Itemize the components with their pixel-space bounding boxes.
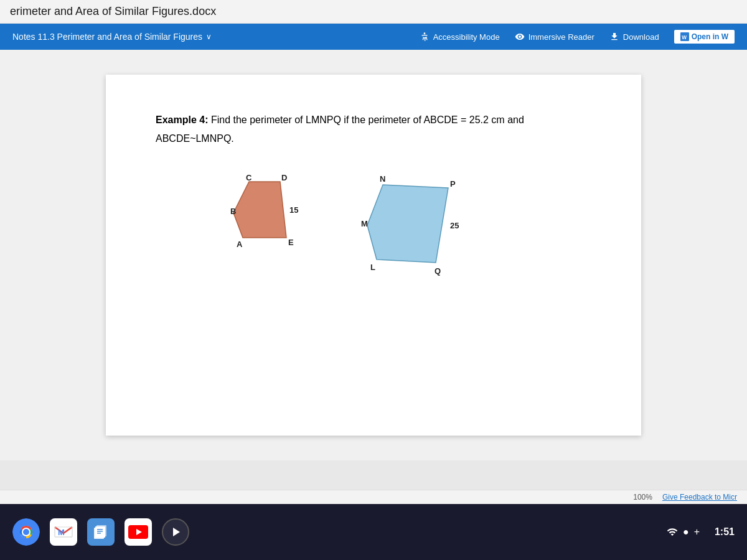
svg-marker-9	[367, 185, 448, 263]
svg-text:N: N	[380, 174, 385, 184]
svg-text:M: M	[361, 219, 368, 228]
svg-point-0	[423, 32, 425, 34]
chevron-down-icon[interactable]: ∨	[206, 32, 212, 41]
toolbar-actions: Accessibility Mode Immersive Reader Down…	[420, 30, 735, 44]
toolbar-doc-title: Notes 11.3 Perimeter and Area of Similar…	[12, 32, 202, 42]
status-bar: 100% Give Feedback to Micr	[0, 490, 747, 504]
taskbar-youtube-icon[interactable]	[125, 518, 152, 546]
taskbar-files-icon[interactable]	[87, 518, 115, 546]
download-button[interactable]: Download	[609, 32, 659, 42]
figure-lmnpq-svg: 25 N P M L Q	[361, 169, 461, 281]
taskbar-right-icons: ● +	[667, 526, 700, 538]
svg-text:D: D	[281, 173, 287, 182]
taskbar-dot2: +	[694, 526, 700, 538]
taskbar-time: 1:51	[715, 526, 735, 538]
open-in-word-button[interactable]: W Open in W	[674, 30, 735, 44]
immersive-reader-button[interactable]: Immersive Reader	[515, 32, 594, 42]
figures-container: 15 C D B A E 25	[230, 169, 591, 284]
example-problem-line2: ABCDE~LMNPQ.	[156, 133, 591, 144]
title-bar: erimeter and Area of Similar Figures.doc…	[0, 0, 747, 24]
svg-text:P: P	[450, 179, 456, 189]
zoom-level: 100%	[633, 493, 652, 502]
document-title: erimeter and Area of Similar Figures.doc…	[10, 5, 216, 18]
download-label: Download	[623, 32, 659, 42]
example-heading: Example 4: Find the perimeter of LMNPQ i…	[156, 112, 591, 128]
svg-text:A: A	[237, 240, 243, 249]
toolbar: Notes 11.3 Perimeter and Area of Similar…	[0, 24, 747, 50]
accessibility-icon	[420, 32, 430, 42]
example-label: Example 4:	[156, 114, 208, 125]
figure-abcde-svg: 15 C D B A E	[230, 169, 311, 256]
document-page: Example 4: Find the perimeter of LMNPQ i…	[106, 75, 641, 436]
word-icon: W	[680, 32, 689, 41]
accessibility-mode-button[interactable]: Accessibility Mode	[420, 32, 500, 42]
svg-text:W: W	[682, 35, 687, 40]
figure-abcde: 15 C D B A E	[230, 169, 311, 259]
svg-marker-32	[173, 528, 180, 536]
taskbar-gmail-icon[interactable]: M	[50, 518, 77, 546]
accessibility-mode-label: Accessibility Mode	[433, 32, 500, 42]
wifi-icon	[667, 526, 678, 538]
immersive-reader-label: Immersive Reader	[529, 32, 594, 42]
svg-text:L: L	[370, 263, 375, 272]
taskbar-play-icon[interactable]	[162, 518, 189, 546]
open-in-word-label: Open in W	[692, 32, 728, 41]
svg-text:M: M	[58, 528, 65, 537]
svg-text:B: B	[230, 207, 236, 216]
feedback-link[interactable]: Give Feedback to Micr	[662, 493, 737, 502]
toolbar-title-group: Notes 11.3 Perimeter and Area of Similar…	[12, 32, 212, 42]
document-area: Example 4: Find the perimeter of LMNPQ i…	[0, 50, 747, 460]
svg-text:E: E	[288, 238, 294, 247]
download-icon	[609, 32, 619, 42]
svg-marker-3	[233, 182, 286, 238]
svg-text:25: 25	[450, 221, 459, 230]
taskbar-dot1: ●	[683, 526, 689, 538]
immersive-reader-icon	[515, 32, 525, 42]
svg-text:C: C	[246, 173, 252, 182]
example-problem-text: Find the perimeter of LMNPQ if the perim…	[211, 114, 524, 125]
svg-rect-26	[95, 526, 105, 538]
taskbar: M ● + 1:51	[0, 504, 747, 560]
figure1-side-label: 15	[289, 205, 298, 215]
figure-lmnpq: 25 N P M L Q	[361, 169, 461, 284]
svg-text:Q: Q	[435, 266, 441, 276]
svg-point-20	[23, 529, 29, 535]
taskbar-chrome-icon[interactable]	[12, 518, 40, 546]
